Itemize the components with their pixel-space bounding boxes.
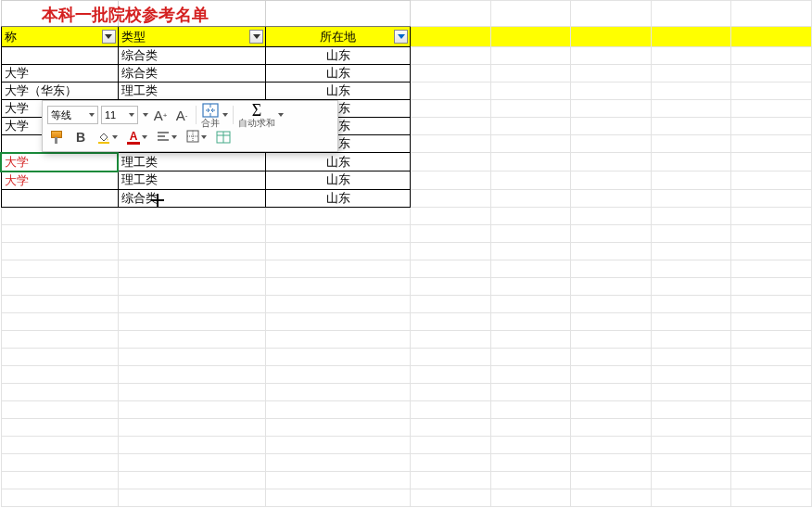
fill-color-button[interactable] [95,128,120,146]
font-family-select[interactable]: 等线 [47,106,98,124]
mini-toolbar: 等线 11 A+ A- 合并 Σ 自动求和 B [42,100,338,152]
empty-row[interactable] [1,207,812,224]
empty-row[interactable] [1,312,812,330]
empty-row[interactable] [1,453,812,471]
chevron-down-icon[interactable] [222,113,228,117]
empty-row[interactable] [1,330,812,348]
empty-row[interactable] [1,365,812,383]
chevron-down-icon [89,113,95,117]
cell-name[interactable]: 大学 [1,171,118,190]
cell-location[interactable]: 山东 [266,171,411,190]
filter-icon[interactable] [249,30,263,44]
header-location[interactable]: 所在地 [266,27,411,47]
empty-row[interactable] [1,260,812,277]
header-location-label: 所在地 [320,30,356,44]
empty-row[interactable] [1,418,812,436]
table-row[interactable]: 大学综合类山东 [1,65,812,83]
cell-name[interactable] [1,189,118,207]
empty-row[interactable] [1,295,812,312]
cell-location[interactable]: 山东 [266,65,411,83]
chevron-down-icon[interactable] [143,113,148,117]
chevron-down-icon [171,135,177,139]
cell-type[interactable]: 理工类 [118,83,266,100]
bold-button[interactable]: B [71,128,90,146]
empty-row[interactable] [1,400,812,418]
cell-name[interactable]: 大学 [1,153,118,171]
empty-row[interactable] [1,348,812,365]
table-row[interactable]: 综合类山东 [1,189,812,207]
filter-icon[interactable] [394,30,408,44]
cell-name[interactable]: 大学（华东） [1,83,118,100]
cell-location[interactable]: 山东 [266,83,411,100]
font-size-select[interactable]: 11 [101,106,138,124]
cell-name[interactable]: 大学 [1,65,118,83]
borders-button[interactable] [184,128,209,146]
spreadsheet-grid[interactable]: 称 类型 所在地 综合类山东大学综合类山东大学（华东）理工类山东大学理工类山东大… [0,0,812,507]
header-name[interactable]: 称 [1,27,118,47]
filter-icon[interactable] [102,30,116,44]
page-title: 本科一批院校参考名单 [42,4,209,26]
cell-name[interactable] [1,47,118,65]
autosum-button[interactable]: Σ 自动求和 [238,102,275,128]
chevron-down-icon [201,135,207,139]
cell-type[interactable]: 综合类 [118,47,266,65]
increase-font-button[interactable]: A+ [151,106,170,124]
empty-row[interactable] [1,471,812,489]
empty-row[interactable] [1,277,812,295]
cell-location[interactable]: 山东 [266,153,411,171]
table-row[interactable]: 大学（华东）理工类山东 [1,83,812,100]
table-row[interactable]: 大学理工类山东 [1,153,812,171]
align-button[interactable] [155,128,179,146]
empty-row[interactable] [1,489,812,506]
cell-location[interactable]: 山东 [266,189,411,207]
table-header-row: 称 类型 所在地 [1,27,812,47]
borders-icon [186,130,199,146]
font-color-icon: A [127,131,140,145]
empty-row[interactable] [1,436,812,453]
merge-cells-button[interactable]: 合并 [201,102,220,128]
decrease-font-button[interactable]: A- [172,106,191,124]
font-color-button[interactable]: A [125,128,149,146]
font-family-value: 等线 [51,108,71,122]
format-painter-icon [49,130,64,145]
cell-type[interactable]: 综合类 [118,65,266,83]
table-icon [216,131,231,144]
chevron-down-icon [129,113,134,117]
format-painter-button[interactable] [47,128,66,146]
header-name-label: 称 [5,30,17,44]
cell-type[interactable]: 综合类 [118,189,266,207]
cell-location[interactable]: 山东 [266,47,411,65]
cell-type[interactable]: 理工类 [118,153,266,171]
header-type-label: 类型 [121,30,146,44]
empty-row[interactable] [1,224,812,242]
format-table-button[interactable] [214,128,233,146]
align-icon [157,130,170,146]
empty-row[interactable] [1,383,812,400]
svg-rect-3 [98,142,109,144]
chevron-down-icon [142,135,147,139]
chevron-down-icon[interactable] [278,113,284,117]
paint-bucket-icon [97,131,110,144]
table-row[interactable]: 大学理工类山东 [1,171,812,190]
cell-type[interactable]: 理工类 [118,171,266,190]
font-size-value: 11 [105,109,116,121]
empty-row[interactable] [1,242,812,260]
chevron-down-icon [112,135,118,139]
header-type[interactable]: 类型 [118,27,266,47]
table-row[interactable]: 综合类山东 [1,47,812,65]
